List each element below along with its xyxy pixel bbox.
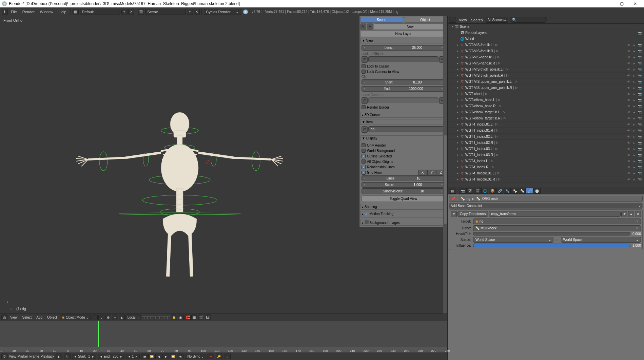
tab-modifiers-icon[interactable]: 🔧 <box>504 188 511 194</box>
toggle-icon[interactable]: 👁 <box>626 128 631 133</box>
shading-solid-icon[interactable]: ○ <box>92 315 98 320</box>
toggle-icon[interactable]: 👁 <box>626 165 631 170</box>
shading-dropdown-icon[interactable]: ⌄ <box>98 315 104 320</box>
outliner-row[interactable]: ▸ ▽ WGT-VIS-upper_arm_pole.ik.L | ᐅ 👁▸📷 <box>448 79 644 85</box>
editor-type-3dview-icon[interactable]: ◍ <box>1 315 7 320</box>
expand-icon[interactable]: ▸ <box>456 105 460 108</box>
keyframe-prev-icon[interactable]: ⏪ <box>148 354 155 359</box>
outliner-row[interactable]: ▸ ▽ WGT-VIS-upper_arm_pole.ik.R | ᐅ 👁▸📷 <box>448 85 644 91</box>
display-mode-dropdown[interactable]: All Scenes ⌄ <box>486 17 508 23</box>
expand-icon[interactable]: ▸ <box>456 141 460 144</box>
tl-marker-menu[interactable]: Marker <box>18 355 28 358</box>
outliner-row[interactable]: ▸ ▽ WGT-f_index.03.R | ᐅ 👁▸📷 <box>448 152 644 158</box>
space-a-dropdown[interactable]: World Space⌄ <box>473 237 553 243</box>
outliner-row[interactable]: ▸ ▽ WGT-f_index.L | ᐅ 👁▸📷 <box>448 158 644 164</box>
vp-select-menu[interactable]: Select <box>20 316 34 319</box>
toggle-icon[interactable]: 👁 <box>626 147 631 151</box>
tab-scene-icon[interactable]: 🎬 <box>474 188 481 194</box>
panel-motion-header[interactable]: ▸ ✓ Motion Tracking <box>360 211 447 217</box>
outliner-row[interactable]: ▸ ▽ WGT-elbow_hose.R | ᐅ 👁▸📷 <box>448 103 644 109</box>
axis-x-toggle[interactable]: X <box>418 170 427 175</box>
outliner-row[interactable]: ▸ ▽ WGT-elbow_target.ik.L | ᐅ 👁▸📷 <box>448 109 644 115</box>
opengl-render-icon[interactable]: 🎞 <box>205 315 211 320</box>
remove-layout-icon[interactable]: ✕ <box>128 9 134 15</box>
grid-floor-check[interactable]: ✓Grid Floor <box>362 170 417 175</box>
outliner-search-menu[interactable]: Search <box>470 18 484 22</box>
tab-constraints-icon[interactable]: 🔗 <box>496 188 503 194</box>
add-constraint-dropdown[interactable]: Add Bone Constraint⌄ <box>449 203 643 209</box>
toggle-icon[interactable]: 📷 <box>637 61 642 66</box>
keyset-icon[interactable]: 🔑 <box>216 354 222 359</box>
tl-playback-menu[interactable]: Playback <box>41 355 55 358</box>
eye-icon[interactable]: 👁 <box>621 211 627 217</box>
toggle-icon[interactable]: 📷 <box>637 104 642 109</box>
target-field[interactable]: ◉rig✕ <box>473 219 641 224</box>
toggle-icon[interactable]: 📷 <box>637 110 642 115</box>
timeline-editor[interactable]: -50-40-30-20-100102030405060708090100110… <box>0 321 447 360</box>
toggle-icon[interactable]: ▸ <box>632 67 637 72</box>
panel-display-header[interactable]: ▼ Display <box>360 135 447 141</box>
screen-layout-dropdown[interactable]: Default <box>80 9 120 15</box>
minimize-button[interactable]: — <box>601 0 615 7</box>
toggle-icon[interactable]: 📷 <box>637 67 642 72</box>
toggle-icon[interactable]: ▸ <box>632 140 637 145</box>
remove-scene-icon[interactable]: ✕ <box>194 9 200 15</box>
local-camera-field[interactable] <box>368 97 438 103</box>
tl-loop-icon[interactable]: ↻ <box>64 354 71 359</box>
toggle-icon[interactable]: ▸ <box>632 55 637 60</box>
toggle-icon[interactable]: ▸ <box>632 171 637 176</box>
toggle-icon[interactable]: 📷 <box>637 92 642 96</box>
outliner-row[interactable]: 🖼 RenderLayers 📷 <box>448 30 644 36</box>
tab-objectdata-icon[interactable]: 🦴 <box>511 188 518 194</box>
toggle-icon[interactable]: 👁 <box>626 140 631 145</box>
tl-range-icon[interactable]: ◐ <box>56 354 62 359</box>
render-preview-icon[interactable]: 🎬 <box>198 315 204 320</box>
outliner-row[interactable]: ▸ ▽ WGT-f_index.01.R | ᐅ 👁▸📷 <box>448 128 644 134</box>
influence-slider[interactable] <box>473 244 630 247</box>
breadcrumb-object[interactable]: rig <box>467 197 470 201</box>
vp-view-menu[interactable]: View <box>8 316 20 319</box>
lock-camera-check[interactable]: Lock Camera to View <box>362 69 445 74</box>
tab-render-icon[interactable]: 📷 <box>459 188 466 194</box>
toggle-icon[interactable]: ▸ <box>632 122 637 127</box>
keyframe-next-icon[interactable]: ⏩ <box>170 354 176 359</box>
toggle-icon[interactable]: 👁 <box>626 67 631 72</box>
grease-pencil-icon[interactable]: ✎ <box>360 23 366 30</box>
tab-bone-icon[interactable]: 🦴 <box>519 188 526 194</box>
panel-view-header[interactable]: ▼ View <box>360 38 447 43</box>
axis-y-toggle[interactable]: Y <box>427 170 436 175</box>
toggle-icon[interactable]: 📷 <box>637 79 642 84</box>
subdiv-field[interactable]: ◂Subdivisions:10▸ <box>362 188 445 194</box>
toggle-icon[interactable]: ▸ <box>632 134 637 139</box>
scene-icon[interactable]: 🎬 <box>138 9 144 15</box>
outliner-row[interactable]: ▾ 🎬 Scene <box>448 24 644 30</box>
collapse-icon[interactable]: ▾ <box>451 211 457 217</box>
relationship-lines-check[interactable]: ✓Relationship Lines <box>362 164 445 170</box>
toggle-icon[interactable]: ▸ <box>632 116 637 121</box>
panel-shading-header[interactable]: ▸ Shading <box>360 204 447 210</box>
toggle-icon[interactable]: 📷 <box>637 140 642 145</box>
snap-icon[interactable]: 🧲 <box>184 315 191 320</box>
expand-icon[interactable]: ▸ <box>456 92 460 95</box>
expand-icon[interactable]: ▸ <box>456 111 460 114</box>
expand-icon[interactable]: ▸ <box>456 62 460 65</box>
toggle-icon[interactable]: 📷 <box>637 171 642 176</box>
toggle-icon[interactable]: ▸ <box>632 61 637 66</box>
bone-field[interactable]: 🦴MCH-neck✕ <box>473 225 641 231</box>
lock-layers-icon[interactable]: 🔒 <box>171 315 177 320</box>
maximize-button[interactable]: ▢ <box>615 0 628 7</box>
editor-type-props-icon[interactable]: ▤ <box>449 188 456 194</box>
outliner-search-input[interactable]: 🔍 <box>510 17 547 23</box>
pivot-icon[interactable]: ⊕ <box>105 315 111 320</box>
toggle-icon[interactable]: 📷 <box>637 165 642 170</box>
layers-widget[interactable] <box>142 316 170 319</box>
toggle-icon[interactable]: ▸ <box>632 79 637 84</box>
new-layer-button[interactable]: New Layer <box>360 31 447 37</box>
expand-icon[interactable]: ▸ <box>456 135 460 138</box>
editor-type-icon[interactable]: ℹ <box>2 9 8 15</box>
render-engine-dropdown[interactable]: Cycles Render⌄ <box>204 9 241 15</box>
manipulator-icon[interactable]: ⟐ <box>112 315 118 320</box>
outliner-row[interactable]: 🌐 World <box>448 36 644 42</box>
mode-dropdown[interactable]: ◉Object Mode⌄ <box>60 315 91 320</box>
toggle-icon[interactable]: 👁 <box>626 177 631 182</box>
